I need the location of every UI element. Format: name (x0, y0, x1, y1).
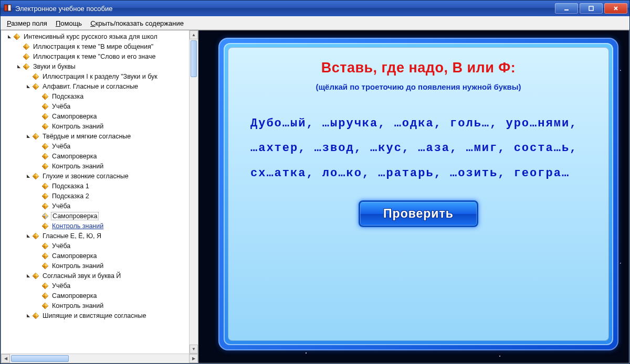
tree-node-label[interactable]: Твёрдые и мягкие согласные (41, 133, 132, 140)
tree-node-label[interactable]: Подсказка 1 (51, 183, 90, 190)
tree-node-label[interactable]: Учёба (51, 202, 71, 210)
tree-node-label[interactable]: Контроль знаний (51, 123, 104, 130)
scroll-right-button[interactable]: ▶ (189, 354, 198, 363)
tree-node-label[interactable]: Глухие и звонкие согласные (41, 173, 130, 180)
collapse-icon[interactable]: ◣ (25, 133, 31, 139)
scroll-track[interactable] (10, 354, 189, 363)
diamond-icon (23, 43, 30, 50)
collapse-icon[interactable]: ◣ (16, 63, 22, 69)
tree-node[interactable]: ▶Самопроверка (1, 151, 198, 161)
check-button[interactable]: Проверить (359, 200, 478, 227)
scroll-track[interactable] (190, 39, 198, 345)
collapse-icon[interactable]: ◣ (25, 83, 31, 89)
tree-node-label[interactable]: Иллюстрация к теме "В мире общения" (32, 43, 154, 50)
close-button[interactable] (604, 3, 627, 14)
tree-node-label[interactable]: Гласные Е, Ё, Ю, Я (41, 232, 102, 240)
scroll-left-button[interactable]: ◀ (1, 354, 10, 363)
scroll-down-button[interactable]: ▼ (190, 345, 198, 354)
diamond-icon (41, 242, 49, 250)
diamond-icon (41, 93, 49, 100)
tree-node[interactable]: ▶Иллюстрация к теме "В мире общения" (1, 41, 198, 51)
tree-node[interactable]: ▶Учёба (1, 281, 198, 291)
tree-node[interactable]: ▶Подсказка 1 (1, 181, 198, 191)
diamond-icon (41, 222, 49, 230)
svg-rect-2 (564, 9, 569, 10)
tree-node[interactable]: ▶Учёба (1, 241, 198, 251)
collapse-icon[interactable]: ◣ (25, 273, 31, 279)
tree-node-label[interactable]: Согласный звук и буква Й (41, 272, 122, 280)
minimize-button[interactable] (555, 3, 578, 14)
tree-node[interactable]: ▶Контроль знаний (1, 161, 198, 171)
tree-node-label[interactable]: Интенсивный курс русского языка для школ (23, 33, 159, 40)
tree-node[interactable]: ▶Самопроверка (1, 291, 198, 301)
tree-node-label[interactable]: Подсказка (51, 93, 85, 100)
tree-node[interactable]: ▶Иллюстрация к теме "Слово и его значе (1, 51, 198, 61)
collapse-icon[interactable]: ◣ (25, 233, 31, 239)
vertical-scrollbar[interactable]: ▲ ▼ (189, 30, 198, 354)
tree-node-label[interactable]: Контроль знаний (51, 222, 104, 230)
tree-node-label[interactable]: Подсказка 2 (51, 192, 90, 200)
menu-item[interactable]: Размер поля (3, 18, 51, 29)
tree-node-label[interactable]: Учёба (51, 143, 71, 150)
tree-node-label[interactable]: Контроль знаний (51, 302, 104, 309)
tree-node[interactable]: ◣Гласные Е, Ё, Ю, Я (1, 231, 198, 241)
tree-node-label[interactable]: Учёба (51, 242, 71, 250)
scroll-thumb[interactable] (191, 40, 197, 77)
tree-node[interactable]: ◣Согласный звук и буква Й (1, 271, 198, 281)
tree-node[interactable]: ▶Иллюстрация I к разделу "Звуки и бук (1, 71, 198, 81)
window-buttons (555, 3, 627, 14)
maximize-button[interactable] (580, 3, 603, 14)
tree-node-label[interactable]: Алфавит. Гласные и согласные (41, 83, 139, 90)
tree-node[interactable]: ▶Самопроверка (1, 211, 198, 221)
scroll-thumb[interactable] (11, 355, 69, 362)
scroll-up-button[interactable]: ▲ (190, 30, 198, 39)
tree-view[interactable]: ◣Интенсивный курс русского языка для шко… (1, 30, 198, 354)
tree-node[interactable]: ▶Контроль знаний (1, 261, 198, 271)
horizontal-scrollbar[interactable]: ◀ ▶ (1, 354, 198, 363)
diamond-icon (32, 232, 39, 240)
diamond-icon (32, 173, 39, 180)
exercise-text[interactable]: Дубо…ый, …ыручка, …одка, голь…, уро…нями… (250, 111, 586, 186)
tree-node-label[interactable]: Звуки и буквы (32, 63, 77, 70)
menu-item[interactable]: Помощь (51, 18, 86, 29)
tree-node-label[interactable]: Иллюстрация к теме "Слово и его значе (32, 53, 156, 60)
tree-node-label[interactable]: Учёба (51, 103, 71, 110)
collapse-icon[interactable]: ◣ (25, 173, 31, 179)
tree-node[interactable]: ▶Контроль знаний (1, 121, 198, 131)
tree-node[interactable]: ▶Самопроверка (1, 111, 198, 121)
tree-node[interactable]: ▶Учёба (1, 101, 198, 111)
tree-node[interactable]: ▶Подсказка (1, 91, 198, 101)
diamond-icon (32, 73, 39, 80)
tree-node[interactable]: ▶Подсказка 2 (1, 191, 198, 201)
tree-node[interactable]: ◣Глухие и звонкие согласные (1, 171, 198, 181)
tree-node-label[interactable]: Контроль знаний (51, 262, 104, 270)
diamond-icon (23, 53, 30, 60)
tree-node[interactable]: ▶Контроль знаний (1, 301, 198, 311)
tree-node-label[interactable]: Учёба (51, 282, 71, 290)
tree-node[interactable]: ◣Твёрдые и мягкие согласные (1, 131, 198, 141)
tree-node[interactable]: ◣Алфавит. Гласные и согласные (1, 81, 198, 91)
tree-node-label[interactable]: Иллюстрация I к разделу "Звуки и бук (41, 73, 159, 80)
svg-rect-3 (589, 6, 593, 10)
diamond-icon (41, 282, 49, 290)
collapse-icon[interactable]: ◣ (25, 313, 31, 318)
tree-node[interactable]: ▶Контроль знаний (1, 221, 198, 231)
tree-node[interactable]: ▶Самопроверка (1, 251, 198, 261)
tree-node-label[interactable]: Самопроверка (51, 292, 98, 299)
tree-node-label[interactable]: Контроль знаний (51, 163, 104, 170)
tree-node-label[interactable]: Самопроверка (51, 153, 98, 160)
tree-node[interactable]: ▶Учёба (1, 201, 198, 211)
tree-node-label[interactable]: Самопроверка (51, 113, 98, 120)
diamond-icon (41, 262, 49, 270)
tree-node[interactable]: ◣Звуки и буквы (1, 61, 198, 71)
menu-item[interactable]: Скрыть/показать содержание (86, 18, 188, 29)
collapse-icon[interactable]: ◣ (6, 34, 12, 39)
tree-node[interactable]: ▶Учёба (1, 141, 198, 151)
tree-node-label[interactable]: Самопроверка (51, 252, 98, 260)
tree-node-label[interactable]: Шипящие и свистящие согласные (41, 312, 147, 319)
tree-node[interactable]: ◣Интенсивный курс русского языка для шко… (1, 31, 198, 41)
tree-node-label[interactable]: Самопроверка (51, 212, 99, 220)
tree-node[interactable]: ◣Шипящие и свистящие согласные (1, 311, 198, 320)
diamond-icon (41, 183, 49, 190)
slide: Вставь, где надо, В или Ф: (щёлкай по тр… (228, 47, 609, 341)
